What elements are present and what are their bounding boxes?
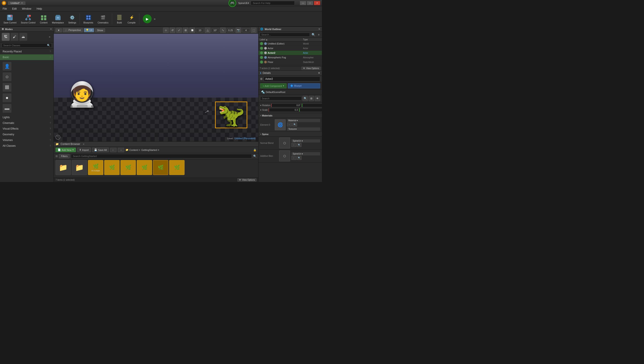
volumes-help-icon[interactable]: ? <box>50 139 51 142</box>
show-button[interactable]: Show <box>95 28 105 32</box>
spine-back-button-2[interactable]: ← <box>291 156 296 160</box>
breadcrumb-content[interactable]: Content <box>130 149 138 151</box>
rotation-y-field[interactable] <box>302 104 322 107</box>
camera-speed-value[interactable]: 4 <box>242 28 250 32</box>
basic-help-icon[interactable]: ? <box>50 56 51 58</box>
content-search-input[interactable] <box>71 154 252 158</box>
material-search-button[interactable]: 🔍 <box>292 122 297 126</box>
material-thumbnail[interactable]: 🌀 <box>275 119 286 130</box>
lit-button[interactable]: 💡 Lit <box>84 28 94 32</box>
scale-y-field[interactable] <box>299 108 322 112</box>
list-item[interactable]: 🌿 <box>169 160 185 175</box>
outliner-add-button[interactable]: 🔍 <box>311 32 316 37</box>
menu-help[interactable]: Help <box>36 7 43 11</box>
menu-window[interactable]: Window <box>21 7 32 11</box>
world-local-toggle[interactable]: ⊞ <box>183 28 189 33</box>
nav-forward-button[interactable]: → <box>118 148 124 152</box>
table-row[interactable]: Floor StaticMesh <box>259 60 322 64</box>
menu-edit[interactable]: Edit <box>11 7 18 11</box>
material-back-button[interactable]: ← <box>287 122 292 126</box>
details-eye-button[interactable]: 👁 <box>315 96 320 101</box>
table-row[interactable]: Untitled (Editor) World <box>259 42 322 46</box>
all-classes-help-icon[interactable]: ? <box>50 145 51 147</box>
minimize-button[interactable]: — <box>300 1 306 5</box>
perspective-dropdown[interactable]: 🎥 Perspective <box>63 28 83 32</box>
spine-section-header[interactable]: ▾ Spine <box>259 132 322 136</box>
category-basic[interactable]: Basic ? <box>0 54 54 60</box>
geometry-help-icon[interactable]: ? <box>50 133 51 136</box>
category-geometry[interactable]: Geometry ? <box>0 132 54 137</box>
list-item[interactable]: ▬ <box>2 103 52 114</box>
cb-view-options-button[interactable]: 👁 View Options <box>237 178 257 182</box>
scale-x-field[interactable] <box>269 108 299 112</box>
details-search-icon[interactable]: 🔍 <box>303 96 308 101</box>
import-button[interactable]: ⬇ Import <box>77 148 91 152</box>
level-link[interactable]: Untitled (Persistent) <box>234 137 256 140</box>
list-item[interactable]: 👤 <box>2 61 52 72</box>
close-button[interactable]: ✕ <box>314 1 320 5</box>
category-lights[interactable]: Lights ? <box>0 114 54 120</box>
cinematic-help-icon[interactable]: ? <box>50 122 51 124</box>
snap-toggle[interactable]: 🔲 <box>189 28 195 33</box>
close-modes-icon[interactable]: ✕ <box>50 28 52 30</box>
camera-speed-toggle[interactable]: 📷 <box>235 28 241 33</box>
close-details-icon[interactable]: ✕ <box>318 72 320 74</box>
table-row[interactable]: Actor2 Actor <box>259 51 322 55</box>
breadcrumb-getting-started[interactable]: GettingStarted <box>141 149 157 151</box>
add-new-button[interactable]: 📄 Add New ▾ <box>56 148 76 152</box>
list-item[interactable]: ○ <box>2 72 52 82</box>
angle-snap-toggle[interactable]: △ <box>205 28 210 33</box>
menu-file[interactable]: File <box>2 7 8 11</box>
help-search-input[interactable] <box>251 1 295 5</box>
mode-landscape-button[interactable]: ⛰ <box>19 33 27 41</box>
scale-tool[interactable]: ⤢ <box>176 28 182 33</box>
maximize-button[interactable]: □ <box>307 1 313 5</box>
add-component-button[interactable]: + Add Component ▾ <box>260 83 287 88</box>
play-button[interactable]: ▶ <box>143 14 152 23</box>
maximize-viewport-button[interactable]: ⬚ <box>251 28 257 33</box>
nav-back-button[interactable]: ← <box>110 148 117 152</box>
compile-button[interactable]: ⚡ Compile <box>126 13 137 25</box>
rotate-tool[interactable]: ↺ <box>170 28 175 33</box>
materials-section-header[interactable]: ▾ Materials <box>259 113 322 118</box>
texture-type-dropdown[interactable]: Texture▾ <box>287 128 320 131</box>
save-all-button[interactable]: 💾 Save All <box>92 148 109 152</box>
outliner-search-input[interactable] <box>260 33 310 36</box>
viewport-help-icon[interactable]: ? <box>56 135 60 140</box>
list-item[interactable]: 📁 <box>72 160 87 175</box>
table-row[interactable]: Actor Actor <box>259 46 322 51</box>
visibility-icon[interactable] <box>260 56 263 59</box>
profile-avatar[interactable]: 🎮 <box>228 0 236 7</box>
list-item[interactable]: 🌿 03-multiple <box>88 160 103 175</box>
close-cb-icon[interactable]: ✕ <box>83 143 85 146</box>
spine-type-dropdown-2[interactable]: SpineUn ▾ <box>291 152 320 156</box>
outliner-view-options-button[interactable]: 👁 View Options <box>301 67 321 70</box>
outliner-col-label[interactable]: Label ▲ <box>260 38 302 41</box>
list-item[interactable]: 🌿 <box>121 160 136 175</box>
list-item[interactable]: 📁 <box>56 160 71 175</box>
category-visual-effects[interactable]: Visual Effects ? <box>0 126 54 132</box>
category-cinematic[interactable]: Cinematic ? <box>0 120 54 126</box>
marketplace-button[interactable]: Marketplace <box>50 13 66 25</box>
cinematics-button[interactable]: 🎬 Cinematics <box>96 13 110 25</box>
table-row[interactable]: Atmospheric Fog Atmospher <box>259 55 322 60</box>
visibility-icon[interactable] <box>260 42 263 46</box>
source-control-button[interactable]: Source Control <box>19 13 37 25</box>
close-outliner-icon[interactable]: ✕ <box>318 28 320 30</box>
spine-type-dropdown-1[interactable]: SpineUn ▾ <box>291 139 320 142</box>
character-2-selected[interactable]: 🦖 <box>215 102 247 128</box>
mode-place-button[interactable]: 🏗 <box>2 33 10 41</box>
details-grid-button[interactable]: ⊞ <box>309 96 314 101</box>
list-item[interactable]: 🌿 <box>104 160 120 175</box>
visibility-icon[interactable] <box>260 60 263 64</box>
list-item[interactable]: 🌿 <box>153 160 168 175</box>
save-current-button[interactable]: Save Current <box>2 13 18 25</box>
spine-search-button-1[interactable]: 🔍 <box>297 143 301 147</box>
rotation-x-field[interactable] <box>271 104 301 107</box>
outliner-settings-button[interactable]: + <box>317 32 321 37</box>
outliner-col-type[interactable]: Type <box>303 38 321 41</box>
spine-thumb-1[interactable]: ○ <box>279 138 290 148</box>
list-item[interactable]: 🌿 <box>137 160 152 175</box>
close-tab-icon[interactable]: ✕ <box>21 2 23 4</box>
material-type-dropdown[interactable]: Material ▾ <box>287 119 320 122</box>
